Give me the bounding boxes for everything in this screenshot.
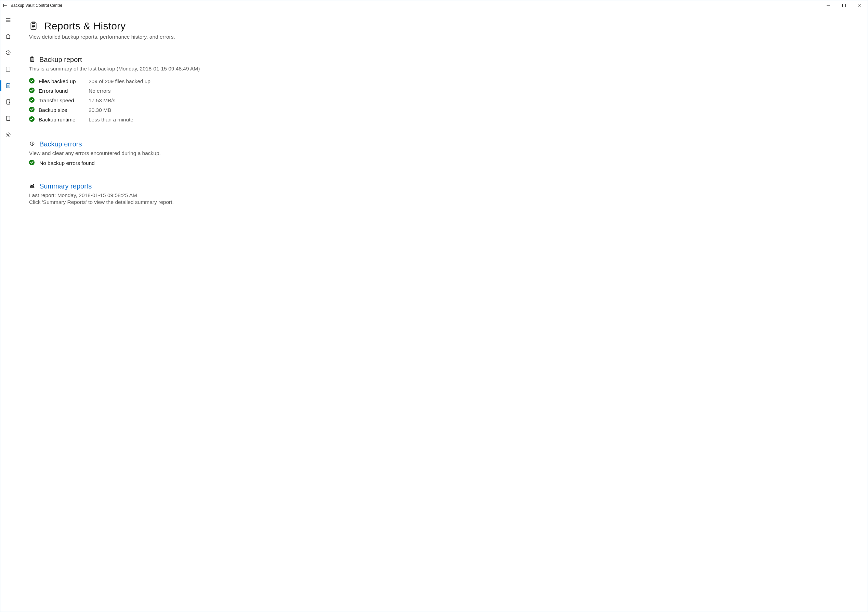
page-subtitle: View detailed backup reports, performanc… (29, 34, 854, 40)
nav-reports[interactable] (0, 78, 16, 94)
area-chart-icon (29, 183, 35, 190)
restore-icon (5, 99, 11, 106)
title-bar: Backup Vault Control Center (0, 0, 868, 11)
page-header: Reports & History (29, 20, 854, 32)
check-icon (29, 78, 37, 85)
app-window: Backup Vault Control Center (0, 0, 868, 612)
check-icon (29, 160, 34, 166)
summary-hint: Click 'Summary Reports' to view the deta… (29, 199, 854, 205)
report-row: Transfer speed 17.53 MB/s (29, 96, 854, 106)
backup-errors-status-line: No backup errors found (29, 160, 854, 166)
summary-reports-link[interactable]: Summary reports (39, 182, 91, 190)
report-value: 17.53 MB/s (88, 98, 854, 104)
report-value: 20.30 MB (88, 107, 854, 113)
report-value: No errors (88, 88, 854, 94)
report-label: Files backed up (39, 78, 87, 84)
svg-point-8 (8, 134, 9, 135)
report-row: Backup size 20.30 MB (29, 106, 854, 115)
nav-settings[interactable] (0, 127, 16, 143)
backup-errors-link[interactable]: Backup errors (39, 140, 82, 148)
app-icon (3, 3, 9, 8)
hamburger-menu-button[interactable] (0, 12, 16, 28)
clipboard-icon (5, 82, 11, 90)
report-row: Errors found No errors (29, 86, 854, 96)
summary-reports-section: Summary reports Last report: Monday, 201… (29, 182, 854, 205)
nav-logs[interactable] (0, 110, 16, 127)
clipboard-icon (29, 21, 38, 31)
svg-rect-6 (7, 99, 10, 104)
summary-last-report: Last report: Monday, 2018-01-15 09:58:25… (29, 192, 854, 199)
report-row: Files backed up 209 of 209 files backed … (29, 77, 854, 86)
report-label: Transfer speed (39, 98, 87, 104)
report-label: Errors found (39, 88, 87, 94)
minimize-button[interactable] (820, 0, 836, 11)
history-icon (5, 50, 11, 57)
backup-report-title: Backup report (39, 56, 82, 64)
home-icon (5, 33, 11, 40)
clipboard-icon (29, 56, 35, 63)
check-icon (29, 88, 37, 95)
report-label: Backup runtime (39, 116, 87, 123)
nav-explore[interactable] (0, 61, 16, 78)
report-label: Backup size (39, 107, 87, 113)
body-area: Reports & History View detailed backup r… (0, 11, 868, 612)
backup-report-table: Files backed up 209 of 209 files backed … (29, 77, 854, 124)
svg-rect-2 (843, 4, 846, 7)
main-content: Reports & History View detailed backup r… (16, 11, 868, 612)
heart-break-icon (29, 141, 35, 148)
maximize-button[interactable] (836, 0, 852, 11)
close-button[interactable] (852, 0, 868, 11)
nav-history[interactable] (0, 45, 16, 61)
svg-rect-7 (6, 116, 10, 120)
backup-errors-status: No backup errors found (39, 160, 95, 166)
report-value: Less than a minute (88, 116, 854, 123)
backup-report-section: Backup report This is a summary of the l… (29, 56, 854, 124)
check-icon (29, 107, 37, 113)
check-icon (29, 97, 37, 104)
check-icon (29, 116, 37, 123)
svg-point-1 (5, 5, 5, 6)
explore-icon (5, 66, 11, 73)
window-title: Backup Vault Control Center (11, 3, 62, 8)
backup-errors-subtitle: View and clear any errors encountered du… (29, 150, 854, 156)
backup-report-subtitle: This is a summary of the last backup (Mo… (29, 66, 854, 72)
page-title: Reports & History (44, 20, 126, 32)
report-value: 209 of 209 files backed up (88, 78, 854, 84)
nav-home[interactable] (0, 28, 16, 45)
nav-restore[interactable] (0, 94, 16, 110)
svg-rect-3 (7, 67, 10, 71)
report-row: Backup runtime Less than a minute (29, 115, 854, 124)
book-icon (5, 115, 11, 123)
sidebar (0, 11, 16, 612)
backup-errors-section: Backup errors View and clear any errors … (29, 140, 854, 166)
gear-icon (5, 132, 11, 139)
